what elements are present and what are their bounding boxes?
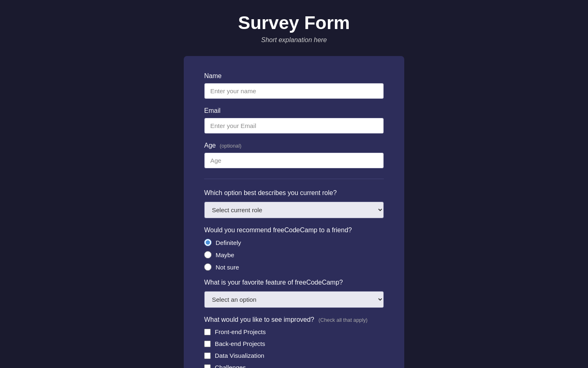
improve-question: What would you like to see improved? (Ch… (204, 316, 384, 323)
survey-form: Name Email Age (optional) Which option b… (204, 72, 384, 368)
radio-not-sure-input[interactable] (204, 263, 212, 271)
page-header: Survey Form Short explanation here (8, 12, 580, 44)
radio-definitely[interactable]: Definitely (204, 239, 384, 246)
checkbox-frontend-label: Front-end Projects (215, 328, 266, 335)
radio-not-sure[interactable]: Not sure (204, 263, 384, 271)
favorite-question: What is your favorite feature of freeCod… (204, 279, 384, 286)
email-input[interactable] (204, 118, 384, 134)
age-group: Age (optional) (204, 142, 384, 168)
checkbox-backend-label: Back-end Projects (215, 340, 265, 347)
name-group: Name (204, 72, 384, 99)
recommend-group: Would you recommend freeCodeCamp to a fr… (204, 227, 384, 271)
checkbox-frontend-input[interactable] (204, 329, 211, 335)
improve-group: What would you like to see improved? (Ch… (204, 316, 384, 368)
name-label: Name (204, 72, 384, 80)
radio-not-sure-label: Not sure (216, 264, 239, 271)
age-label: Age (optional) (204, 142, 384, 149)
checkbox-backend-input[interactable] (204, 341, 211, 347)
recommend-radio-group: Definitely Maybe Not sure (204, 239, 384, 271)
improve-checkbox-group: Front-end Projects Back-end Projects Dat… (204, 328, 384, 368)
checkbox-dataviz-label: Data Visualization (215, 352, 264, 359)
role-question: Which option best describes you current … (204, 189, 384, 197)
favorite-select[interactable]: Select an option Challenges Projects Com… (204, 291, 384, 308)
email-group: Email (204, 107, 384, 134)
radio-maybe-input[interactable] (204, 251, 212, 258)
checkbox-frontend[interactable]: Front-end Projects (204, 328, 384, 335)
role-select[interactable]: Select current role Student Full Time Jo… (204, 202, 384, 218)
divider-1 (204, 179, 384, 179)
checkbox-challenges-input[interactable] (204, 364, 211, 368)
age-input[interactable] (204, 153, 384, 168)
page-subtitle: Short explanation here (8, 36, 580, 44)
radio-maybe-label: Maybe (216, 251, 234, 258)
name-input[interactable] (204, 83, 384, 99)
checkbox-dataviz[interactable]: Data Visualization (204, 352, 384, 359)
page-title: Survey Form (8, 12, 580, 33)
improve-note: (Check all that apply) (318, 317, 368, 323)
checkbox-challenges-label: Challenges (215, 364, 246, 368)
recommend-question: Would you recommend freeCodeCamp to a fr… (204, 227, 384, 234)
form-container: Name Email Age (optional) Which option b… (184, 56, 404, 368)
checkbox-backend[interactable]: Back-end Projects (204, 340, 384, 347)
radio-maybe[interactable]: Maybe (204, 251, 384, 258)
checkbox-challenges[interactable]: Challenges (204, 364, 384, 368)
age-optional-label: (optional) (220, 143, 241, 149)
email-label: Email (204, 107, 384, 114)
checkbox-dataviz-input[interactable] (204, 352, 211, 359)
role-group: Which option best describes you current … (204, 189, 384, 218)
favorite-group: What is your favorite feature of freeCod… (204, 279, 384, 308)
radio-definitely-label: Definitely (216, 239, 241, 246)
radio-definitely-input[interactable] (204, 239, 212, 246)
